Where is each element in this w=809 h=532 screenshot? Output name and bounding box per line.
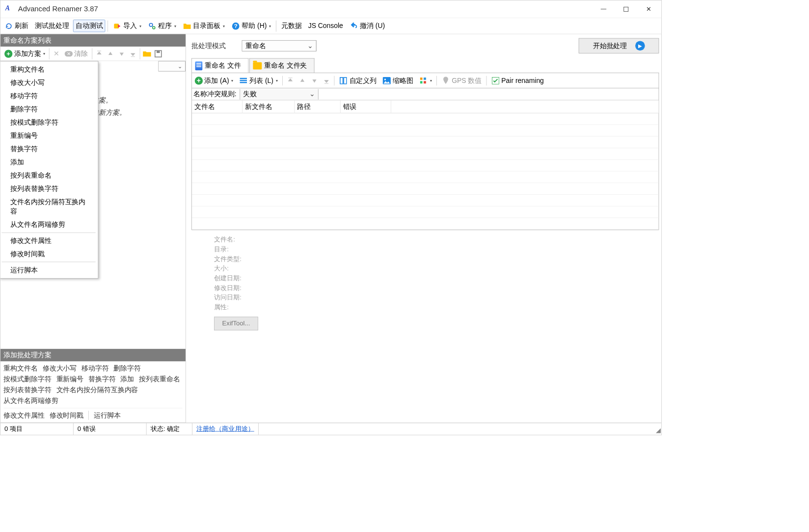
separator [486,76,486,85]
add-method-link[interactable]: 按列表重命名 [139,374,180,384]
js-console-button[interactable]: JS Console [306,20,346,31]
menu-item[interactable]: 修改大小写 [0,76,98,89]
svg-point-13 [384,79,386,80]
grid-icon [419,76,428,85]
import-icon [113,22,122,30]
add-method-menu: 重构文件名修改大小写移动字符删除字符按模式删除字符重新编号替换字符添加按列表重命… [0,61,98,278]
column-header[interactable] [391,101,659,113]
metadata-button[interactable]: 元数据 [279,20,304,32]
program-button[interactable]: 程序 [145,20,179,32]
status-register[interactable]: 注册给（商业用途） [192,423,259,435]
gps-button[interactable]: GPS 数值 [439,75,484,86]
add-method-link[interactable]: 修改大小写 [43,364,77,373]
add-method-link[interactable]: 移动字符 [81,364,109,373]
close-button[interactable] [637,1,660,17]
batch-mode-label: 批处理模式 [191,41,226,51]
test-batch-button[interactable]: 测试批处理 [32,20,71,32]
add-method-link[interactable]: 修改时间戳 [50,411,84,420]
info-label: 属性: [214,302,659,312]
menu-item[interactable]: 运行脚本 [0,264,98,277]
file-icon [195,61,203,70]
exiftool-button[interactable]: ExifTool... [214,317,258,330]
menu-item[interactable]: 按模式删除字符 [0,116,98,129]
move-down-button[interactable] [116,49,127,59]
save-preset-button[interactable] [153,49,163,59]
add-files-button[interactable]: + 添加 (A) [193,75,236,86]
svg-rect-6 [157,51,160,53]
method-list-header: 重命名方案列表 [0,34,186,47]
file-move-bottom[interactable] [321,75,331,85]
status-items: 0 项目 [0,423,74,435]
batch-mode-row: 批处理模式 重命名 开始批处理 ▶ [191,36,659,57]
list-button[interactable]: 列表 (L) [237,75,280,86]
plus-icon: + [4,50,12,57]
tab-rename-folders[interactable]: 重命名 文件夹 [249,58,315,73]
menu-item[interactable]: 按列表替换字符 [0,182,98,195]
menu-item[interactable]: 修改时间戳 [0,247,98,261]
directory-panel-button[interactable]: 目录面板 [180,20,227,32]
info-label: 目录: [214,244,659,254]
menu-item[interactable]: 替换字符 [0,142,98,156]
tab-rename-files[interactable]: 重命名 文件 [191,58,248,73]
add-method-link[interactable]: 按列表替换字符 [3,385,51,395]
add-method-link[interactable]: 替换字符 [88,374,116,384]
move-top-button[interactable] [94,49,104,59]
conflict-rule-select[interactable]: 失败 [240,89,318,99]
svg-rect-17 [424,81,426,83]
move-bottom-button[interactable] [128,49,138,59]
add-method-link[interactable]: 重新编号 [56,374,84,384]
main-toolbar: 刷新 测试批处理 自动测试 导入 程序 目录面板 ? 帮助 (H) 元数据 JS… [0,18,661,34]
file-move-up[interactable] [297,75,307,85]
add-method-link[interactable]: 运行脚本 [94,411,121,420]
add-method-link[interactable]: 添加 [120,374,134,384]
pair-renaming-checkbox[interactable]: Pair renaming [489,75,546,86]
resize-grip[interactable]: ◢ [654,423,662,435]
file-move-top[interactable] [285,75,296,85]
titlebar: A Advanced Renamer 3.87 [0,0,661,18]
clear-methods-button[interactable]: ✕ 清除 [62,48,90,59]
add-method-link[interactable]: 删除字符 [113,364,141,373]
menu-item[interactable]: 重构文件名 [0,63,98,76]
batch-mode-select[interactable]: 重命名 [242,40,316,52]
start-batch-button[interactable]: 开始批处理 ▶ [579,38,659,53]
info-label: 文件类型: [214,254,659,264]
columns-icon [339,76,348,85]
add-method-link[interactable]: 修改文件属性 [3,411,44,420]
file-move-down[interactable] [309,75,320,85]
menu-item[interactable]: 重新编号 [0,129,98,142]
auto-test-button[interactable]: 自动测试 [73,20,105,32]
custom-columns-button[interactable]: 自定义列 [337,75,378,86]
add-method-button[interactable]: + 添加方案 ▾ [2,48,47,59]
menu-item[interactable]: 从文件名两端修剪 [0,218,98,231]
import-button[interactable]: 导入 [110,20,144,32]
view-options-button[interactable] [417,75,434,86]
refresh-button[interactable]: 刷新 [2,20,31,32]
delete-method-button[interactable]: ✕ [51,49,61,59]
menu-item[interactable]: 删除字符 [0,103,98,116]
column-header[interactable]: 错误 [341,101,391,113]
column-header[interactable]: 文件名 [192,101,243,113]
thumbnails-button[interactable]: 缩略图 [380,75,415,86]
column-header[interactable]: 新文件名 [243,101,295,113]
file-table[interactable]: 文件名新文件名路径错误 [191,100,659,230]
maximize-button[interactable] [615,1,637,17]
minimize-button[interactable] [593,1,615,17]
refresh-label: 刷新 [15,21,28,30]
move-up-button[interactable] [105,49,115,59]
preset-select[interactable] [158,61,186,71]
menu-item[interactable]: 文件名内按分隔符互换内容 [0,195,98,218]
open-preset-button[interactable] [142,49,152,59]
menu-item[interactable]: 修改文件属性 [0,234,98,247]
menu-item[interactable]: 按列表重命名 [0,169,98,182]
menu-item[interactable]: 添加 [0,156,98,169]
add-method-link[interactable]: 文件名内按分隔符互换内容 [56,385,138,395]
menu-item[interactable]: 移动字符 [0,89,98,103]
undo-button[interactable]: 撤消 (U) [347,20,387,32]
add-method-link[interactable]: 按模式删除字符 [3,374,51,384]
add-method-link[interactable]: 重构文件名 [3,364,38,373]
help-button[interactable]: ? 帮助 (H) [229,20,273,32]
add-method-link[interactable]: 从文件名两端修剪 [3,396,58,405]
help-icon: ? [231,22,240,30]
svg-point-2 [153,27,155,29]
column-header[interactable]: 路径 [295,101,340,113]
